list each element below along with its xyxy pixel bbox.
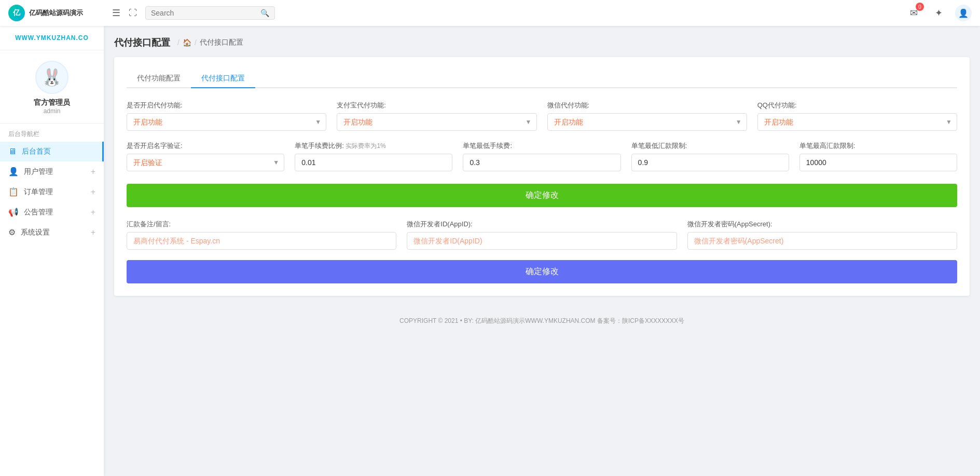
field-wechat-appid: 微信开发者ID(AppID): bbox=[407, 220, 677, 250]
field-max-amount: 单笔最高汇款限制: bbox=[799, 141, 957, 171]
label-fee-ratio: 单笔手续费比例: 实际费率为1% bbox=[295, 141, 452, 151]
sidebar-watermark: WWW.YMKUZHAN.CO bbox=[0, 26, 104, 50]
mail-badge: 0 bbox=[916, 3, 924, 11]
label-qq-payment: QQ代付功能: bbox=[757, 101, 957, 110]
confirm-green-button[interactable]: 确定修改 bbox=[127, 184, 957, 207]
input-wechat-appsecret[interactable] bbox=[687, 232, 957, 250]
logo-area: 亿 亿码酷站源码演示 bbox=[8, 5, 112, 21]
input-max-amount[interactable] bbox=[799, 154, 957, 171]
expand-icon[interactable]: ⛶ bbox=[129, 8, 137, 18]
sidebar-avatar: 🐰 bbox=[35, 61, 68, 94]
footer: COPYRIGHT © 2021 • BY: 亿码酷站源码演示WWW.YMKUZ… bbox=[114, 306, 970, 336]
sidebar-item-label-orders: 订单管理 bbox=[24, 187, 91, 197]
tab-feature-config[interactable]: 代付功能配置 bbox=[127, 70, 191, 88]
label-wechat-appsecret: 微信开发者密码(AppSecret): bbox=[687, 220, 957, 229]
sidebar-item-label-settings: 系统设置 bbox=[21, 228, 91, 237]
user-avatar-button[interactable]: 👤 bbox=[955, 5, 972, 21]
label-wechat-payment: 微信代付功能: bbox=[547, 101, 747, 110]
breadcrumb-sep2: / bbox=[195, 38, 197, 47]
select-wrapper-wechat: 开启功能 关闭功能 ▼ bbox=[547, 113, 747, 131]
sidebar-item-label-announcements: 公告管理 bbox=[24, 208, 91, 217]
header: 亿 亿码酷站源码演示 ☰ ⛶ 🔍 ✉ 0 ✦ 👤 bbox=[0, 0, 980, 26]
form-row-2: 是否开启名字验证: 开启验证 关闭验证 ▼ 单笔手续费比例: 实际费率为1% 单… bbox=[127, 141, 957, 171]
label-remark: 汇款备注/留言: bbox=[127, 220, 396, 229]
logo-text: 亿码酷站源码演示 bbox=[29, 8, 83, 18]
label-alipay-payment: 支付宝代付功能: bbox=[337, 101, 536, 110]
fee-ratio-hint: 实际费率为1% bbox=[346, 142, 385, 149]
select-name-verify[interactable]: 开启验证 关闭验证 bbox=[127, 154, 284, 171]
announcements-icon: 📢 bbox=[8, 207, 19, 217]
main-card: 代付功能配置 代付接口配置 是否开启代付功能: 开启功能 关闭功能 ▼ bbox=[114, 57, 970, 296]
settings-expand-icon: + bbox=[91, 228, 95, 237]
field-name-verify: 是否开启名字验证: 开启验证 关闭验证 ▼ bbox=[127, 141, 284, 171]
label-enable-payment: 是否开启代付功能: bbox=[127, 101, 326, 110]
select-wechat-payment[interactable]: 开启功能 关闭功能 bbox=[547, 113, 747, 131]
sidebar-item-dashboard[interactable]: 🖥 后台首页 bbox=[0, 142, 104, 161]
tabs: 代付功能配置 代付接口配置 bbox=[127, 70, 957, 88]
field-enable-payment: 是否开启代付功能: 开启功能 关闭功能 ▼ bbox=[127, 101, 326, 131]
search-icon[interactable]: 🔍 bbox=[260, 9, 269, 17]
field-remark: 汇款备注/留言: bbox=[127, 220, 396, 250]
puzzle-icon: ✦ bbox=[935, 7, 943, 19]
hamburger-icon[interactable]: ☰ bbox=[112, 7, 120, 19]
field-wechat-payment: 微信代付功能: 开启功能 关闭功能 ▼ bbox=[547, 101, 747, 131]
select-wrapper-name-verify: 开启验证 关闭验证 ▼ bbox=[127, 154, 284, 171]
field-qq-payment: QQ代付功能: 开启功能 关闭功能 ▼ bbox=[757, 101, 957, 131]
interface-section: 汇款备注/留言: 微信开发者ID(AppID): 微信开发者密码(AppSecr… bbox=[127, 220, 957, 250]
dashboard-icon: 🖥 bbox=[8, 147, 17, 156]
confirm-blue-button[interactable]: 确定修改 bbox=[127, 260, 957, 283]
select-qq-payment[interactable]: 开启功能 关闭功能 bbox=[757, 113, 957, 131]
avatar-icon: 👤 bbox=[958, 8, 969, 18]
sidebar-item-orders[interactable]: 📋 订单管理 + bbox=[0, 182, 104, 202]
form-row-1: 是否开启代付功能: 开启功能 关闭功能 ▼ 支付宝代付功能: 开启功能 bbox=[127, 101, 957, 131]
page-title: 代付接口配置 bbox=[114, 36, 170, 49]
label-wechat-appid: 微信开发者ID(AppID): bbox=[407, 220, 677, 229]
select-wrapper-alipay: 开启功能 关闭功能 ▼ bbox=[337, 113, 536, 131]
tab-interface-config[interactable]: 代付接口配置 bbox=[191, 70, 255, 88]
header-right: ✉ 0 ✦ 👤 bbox=[905, 5, 972, 21]
main-content: 代付接口配置 / 🏠 / 代付接口配置 代付功能配置 代付接口配置 是否开启代付… bbox=[104, 26, 980, 476]
select-wrapper-qq: 开启功能 关闭功能 ▼ bbox=[757, 113, 957, 131]
search-input[interactable] bbox=[151, 9, 260, 17]
settings-icon: ⚙ bbox=[8, 227, 16, 237]
select-alipay-payment[interactable]: 开启功能 关闭功能 bbox=[337, 113, 536, 131]
field-fee-ratio: 单笔手续费比例: 实际费率为1% bbox=[295, 141, 452, 171]
select-enable-payment[interactable]: 开启功能 关闭功能 bbox=[127, 113, 326, 131]
logo-icon: 亿 bbox=[8, 5, 25, 21]
layout: WWW.YMKUZHAN.CO 🐰 官方管理员 admin 后台导航栏 🖥 后台… bbox=[0, 26, 980, 476]
mail-button[interactable]: ✉ 0 bbox=[905, 5, 922, 21]
input-min-amount[interactable] bbox=[631, 154, 789, 171]
breadcrumb: 代付接口配置 / 🏠 / 代付接口配置 bbox=[114, 36, 970, 49]
label-max-amount: 单笔最高汇款限制: bbox=[799, 141, 957, 151]
puzzle-button[interactable]: ✦ bbox=[930, 5, 947, 21]
form-row-interface: 汇款备注/留言: 微信开发者ID(AppID): 微信开发者密码(AppSecr… bbox=[127, 220, 957, 250]
sidebar-item-users[interactable]: 👤 用户管理 + bbox=[0, 161, 104, 182]
field-min-amount: 单笔最低汇款限制: bbox=[631, 141, 789, 171]
orders-icon: 📋 bbox=[8, 187, 19, 197]
footer-text: COPYRIGHT © 2021 • BY: 亿码酷站源码演示WWW.YMKUZ… bbox=[399, 317, 684, 324]
breadcrumb-current: 代付接口配置 bbox=[200, 38, 243, 47]
users-icon: 👤 bbox=[8, 167, 19, 176]
input-min-fee[interactable] bbox=[463, 154, 620, 171]
users-expand-icon: + bbox=[91, 167, 95, 176]
sidebar-avatar-area: 🐰 官方管理员 admin bbox=[0, 50, 104, 124]
input-fee-ratio[interactable] bbox=[295, 154, 452, 171]
field-alipay-payment: 支付宝代付功能: 开启功能 关闭功能 ▼ bbox=[337, 101, 536, 131]
label-min-amount: 单笔最低汇款限制: bbox=[631, 141, 789, 151]
header-middle: ☰ ⛶ 🔍 bbox=[112, 6, 905, 20]
sidebar: WWW.YMKUZHAN.CO 🐰 官方管理员 admin 后台导航栏 🖥 后台… bbox=[0, 26, 104, 476]
orders-expand-icon: + bbox=[91, 187, 95, 197]
select-wrapper-enable-payment: 开启功能 关闭功能 ▼ bbox=[127, 113, 326, 131]
input-remark[interactable] bbox=[127, 232, 396, 250]
label-name-verify: 是否开启名字验证: bbox=[127, 141, 284, 151]
sidebar-item-label-users: 用户管理 bbox=[24, 167, 91, 176]
breadcrumb-sep1: / bbox=[177, 38, 180, 47]
sidebar-item-settings[interactable]: ⚙ 系统设置 + bbox=[0, 222, 104, 242]
label-min-fee: 单笔最低手续费: bbox=[463, 141, 620, 151]
sidebar-username: 官方管理员 bbox=[34, 98, 70, 107]
input-wechat-appid[interactable] bbox=[407, 232, 677, 250]
sidebar-item-announcements[interactable]: 📢 公告管理 + bbox=[0, 202, 104, 222]
breadcrumb-home-icon[interactable]: 🏠 bbox=[183, 38, 191, 47]
sidebar-nav-label: 后台导航栏 bbox=[0, 124, 104, 142]
field-min-fee: 单笔最低手续费: bbox=[463, 141, 620, 171]
